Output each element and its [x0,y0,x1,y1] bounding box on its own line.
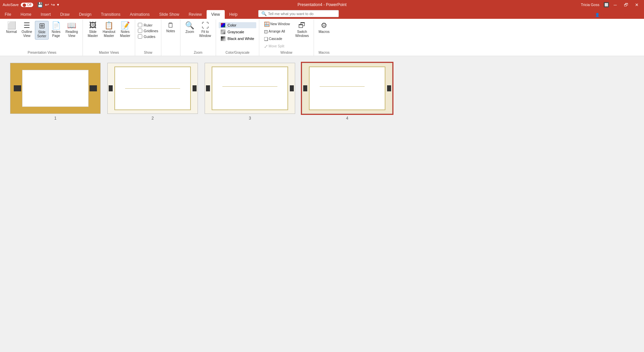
tab-insert[interactable]: Insert [36,10,55,19]
slide-2-content [114,67,191,110]
black-white-option[interactable]: Black and White [219,36,256,42]
window-title: Presentation4 - PowerPoint [298,2,346,7]
slide-master-icon: 🖼 [89,22,97,29]
color-option[interactable]: Color [219,22,256,28]
show-label: Show [138,50,158,56]
group-macros: ⚙ Macros Macros [314,19,334,56]
tab-slideshow[interactable]: Slide Show [154,10,184,19]
tab-home[interactable]: Home [16,10,36,19]
btn-handout-master[interactable]: 📋 HandoutMaster [101,21,117,39]
group-window: 🪟 New Window ⊡ Arrange All ❏ Cascade ⤢ M… [259,19,314,56]
black-white-label: Black and White [227,37,254,41]
slide-sorter-area: 1 2 [0,56,644,352]
slide-2-container: 2 [107,63,198,121]
macros-buttons: ⚙ Macros [317,20,332,50]
guides-checkbox[interactable] [138,34,142,39]
slide-2-line [125,88,180,89]
ruler-checkbox[interactable] [138,23,142,27]
slide-4-thumb[interactable] [302,63,392,114]
customize-qat-icon[interactable]: ▾ [57,2,59,7]
save-icon[interactable]: 💾 [37,2,43,7]
cascade-icon: ❏ [264,37,268,41]
search-input[interactable] [268,12,335,16]
move-split-label: Move Split [269,44,284,48]
notes-label: Notes [166,29,175,33]
ribbon-display-btn[interactable]: 🔲 [603,2,609,7]
notes-page-icon: 📄 [52,22,61,29]
tab-transitions[interactable]: Transitions [96,10,125,19]
tab-review[interactable]: Review [184,10,206,19]
comments-button[interactable]: Comments [616,12,641,18]
redo-icon[interactable]: ↪ [51,2,55,7]
notes-page-label: NotesPage [52,30,60,38]
tab-design[interactable]: Design [74,10,96,19]
new-window-icon: 🪟 [264,22,270,27]
btn-reading-view[interactable]: 📖 ReadingView [63,21,80,39]
tab-animations[interactable]: Animations [125,10,154,19]
tab-help[interactable]: Help [225,10,243,19]
autosave-label: AutoSave [3,3,19,7]
minimize-button[interactable]: ─ [610,0,620,9]
zoom-label: Zoom [185,30,194,34]
btn-notes-master[interactable]: 📝 NotesMaster [118,21,132,39]
ribbon-content: ⬜ Normal ☰ OutlineView ⊞ SlideSorter 📄 N… [0,19,644,56]
slide-4-content [309,67,385,110]
restore-button[interactable]: 🗗 [621,0,631,9]
search-bar[interactable]: 🔍 [258,10,339,17]
notes-master-icon: 📝 [121,22,130,29]
btn-slide-sorter[interactable]: ⊞ SlideSorter [35,21,49,40]
btn-fit-to-window[interactable]: ⛶ Fit toWindow [197,21,213,39]
group-presentation-views: ⬜ Normal ☰ OutlineView ⊞ SlideSorter 📄 N… [1,19,83,56]
show-checkboxes: Ruler Gridlines Guides [138,21,158,39]
btn-notes[interactable]: 🗒 Notes [164,21,177,34]
btn-move-split[interactable]: ⤢ Move Split [262,43,292,50]
btn-notes-page[interactable]: 📄 NotesPage [49,21,63,39]
ruler-item[interactable]: Ruler [138,23,158,27]
slide-sorter-icon: ⊞ [39,22,45,30]
tab-draw[interactable]: Draw [55,10,74,19]
new-window-label: New Window [270,22,290,26]
group-notes: 🗒 Notes - [161,19,180,56]
notes-buttons: 🗒 Notes [164,20,177,50]
ribbon: File Home Insert Draw Design Transitions… [0,9,644,56]
normal-view-icon: ⬜ [7,22,16,29]
group-master-views: 🖼 SlideMaster 📋 HandoutMaster 📝 NotesMas… [83,19,135,56]
btn-switch-windows[interactable]: 🗗 SwitchWindows [293,21,311,39]
tab-view[interactable]: View [207,10,225,19]
slide-2 [107,63,198,114]
gridlines-item[interactable]: Gridlines [138,29,158,33]
undo-icon[interactable]: ↩ [45,2,49,7]
handout-master-label: HandoutMaster [103,30,115,38]
slide-1-content [22,70,89,107]
slide-1-thumb[interactable] [10,63,101,114]
guides-label: Guides [144,35,155,39]
btn-slide-master[interactable]: 🖼 SlideMaster [86,21,100,39]
slide-2-thumb[interactable] [107,63,198,114]
slide-3-number: 3 [249,116,251,121]
slide-1-number: 1 [54,116,57,121]
slide-4-number: 4 [346,116,348,121]
slide-4-line [320,86,365,87]
autosave-toggle[interactable]: ⬤ Off [21,3,33,7]
guides-item[interactable]: Guides [138,34,158,39]
slide-1 [10,63,101,114]
btn-outline-view[interactable]: ☰ OutlineView [19,21,34,39]
grayscale-option[interactable]: Grayscale [219,29,256,35]
btn-new-window[interactable]: 🪟 New Window [262,21,292,28]
outline-icon: ☰ [23,22,30,29]
slide-3-thumb[interactable] [205,63,295,114]
btn-macros[interactable]: ⚙ Macros [317,21,332,35]
btn-zoom[interactable]: 🔍 Zoom [183,21,197,35]
slide-3-line [222,86,277,87]
arrange-all-label: Arrange All [269,30,285,34]
slide-3-handle-left [206,85,210,91]
btn-normal[interactable]: ⬜ Normal [4,21,19,35]
share-button[interactable]: 👤 Share [591,12,614,18]
close-button[interactable]: ✕ [632,0,641,9]
gridlines-checkbox[interactable] [138,29,142,33]
notes-master-label: NotesMaster [120,30,130,38]
macros-icon: ⚙ [321,22,327,29]
btn-cascade[interactable]: ❏ Cascade [262,36,292,42]
tab-file[interactable]: File [0,10,16,19]
btn-arrange-all[interactable]: ⊡ Arrange All [262,28,292,35]
